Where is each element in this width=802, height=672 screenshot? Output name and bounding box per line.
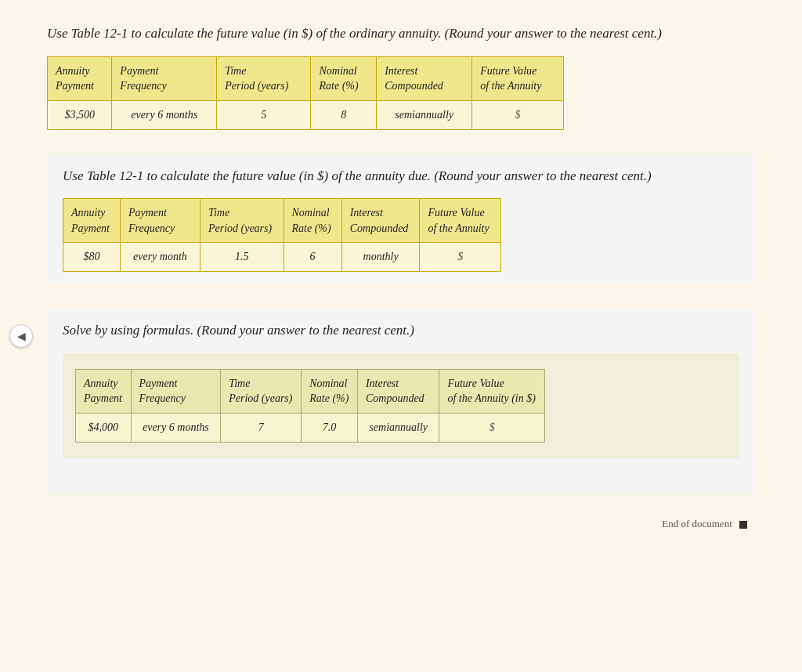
cell-interest-compounded: monthly — [341, 243, 420, 272]
table-row: $3,500 every 6 months 5 8 semiannually $ — [48, 100, 564, 129]
section3-question: Solve by using formulas. (Round your ans… — [63, 320, 739, 341]
col-annuity-payment: AnnuityPayment — [76, 369, 132, 413]
col-nominal-rate: NominalRate (%) — [302, 369, 358, 413]
cell-future-value[interactable]: $ — [420, 243, 501, 272]
cell-payment-frequency: every 6 months — [112, 100, 217, 129]
cell-annuity-payment: $4,000 — [76, 414, 132, 443]
col-future-value: Future Valueof the Annuity (in $) — [439, 369, 545, 413]
end-of-document: End of document — [47, 518, 755, 530]
section3-table: AnnuityPayment PaymentFrequency TimePeri… — [75, 369, 545, 443]
table-header-row: AnnuityPayment PaymentFrequency TimePeri… — [63, 199, 501, 243]
col-nominal-rate: NominalRate (%) — [311, 56, 377, 100]
col-interest-compounded: InterestCompounded — [377, 56, 472, 100]
col-time-period: TimePeriod (years) — [200, 199, 284, 243]
col-payment-frequency: PaymentFrequency — [120, 199, 200, 243]
col-time-period: TimePeriod (years) — [221, 369, 302, 413]
back-arrow-button[interactable]: ◀ — [9, 324, 33, 348]
col-nominal-rate: NominalRate (%) — [284, 199, 341, 243]
col-interest-compounded: InterestCompounded — [357, 369, 439, 413]
col-time-period: TimePeriod (years) — [217, 56, 311, 100]
cell-annuity-payment: $3,500 — [48, 100, 112, 129]
table-header-row: AnnuityPayment PaymentFrequency TimePeri… — [48, 56, 564, 100]
col-payment-frequency: PaymentFrequency — [112, 56, 217, 100]
section1-question: Use Table 12-1 to calculate the future v… — [47, 23, 755, 44]
end-of-document-icon — [739, 521, 747, 529]
cell-interest-compounded: semiannually — [377, 100, 472, 129]
col-annuity-payment: AnnuityPayment — [48, 56, 112, 100]
cell-annuity-payment: $80 — [63, 243, 121, 272]
section-3: Solve by using formulas. (Round your ans… — [47, 308, 755, 494]
table-row: $80 every month 1.5 6 monthly $ — [63, 243, 501, 272]
end-of-document-text: End of document — [662, 518, 732, 529]
section1-table: AnnuityPayment PaymentFrequency TimePeri… — [47, 56, 564, 130]
solve-area: AnnuityPayment PaymentFrequency TimePeri… — [63, 353, 739, 458]
col-payment-frequency: PaymentFrequency — [131, 369, 221, 413]
col-interest-compounded: InterestCompounded — [341, 199, 420, 243]
cell-future-value[interactable]: $ — [439, 414, 545, 443]
cell-interest-compounded: semiannually — [357, 414, 439, 443]
cell-time-period: 5 — [217, 100, 311, 129]
cell-nominal-rate: 6 — [284, 243, 341, 272]
cell-payment-frequency: every 6 months — [131, 414, 221, 443]
section2-question: Use Table 12-1 to calculate the future v… — [63, 166, 739, 186]
col-future-value: Future Valueof the Annuity — [472, 56, 564, 100]
cell-future-value[interactable]: $ — [472, 100, 564, 129]
section2-table: AnnuityPayment PaymentFrequency TimePeri… — [63, 198, 501, 272]
cell-nominal-rate: 8 — [311, 100, 377, 129]
cell-payment-frequency: every month — [120, 243, 200, 272]
col-annuity-payment: AnnuityPayment — [63, 199, 121, 243]
cell-nominal-rate: 7.0 — [302, 414, 358, 443]
cell-time-period: 1.5 — [200, 243, 284, 272]
back-arrow-icon: ◀ — [17, 330, 26, 343]
col-future-value: Future Valueof the Annuity — [420, 199, 501, 243]
table-header-row: AnnuityPayment PaymentFrequency TimePeri… — [76, 369, 545, 413]
cell-time-period: 7 — [221, 414, 302, 443]
table-row: $4,000 every 6 months 7 7.0 semiannually… — [76, 414, 545, 443]
section-1: Use Table 12-1 to calculate the future v… — [47, 23, 755, 130]
section-2: Use Table 12-1 to calculate the future v… — [47, 154, 755, 285]
